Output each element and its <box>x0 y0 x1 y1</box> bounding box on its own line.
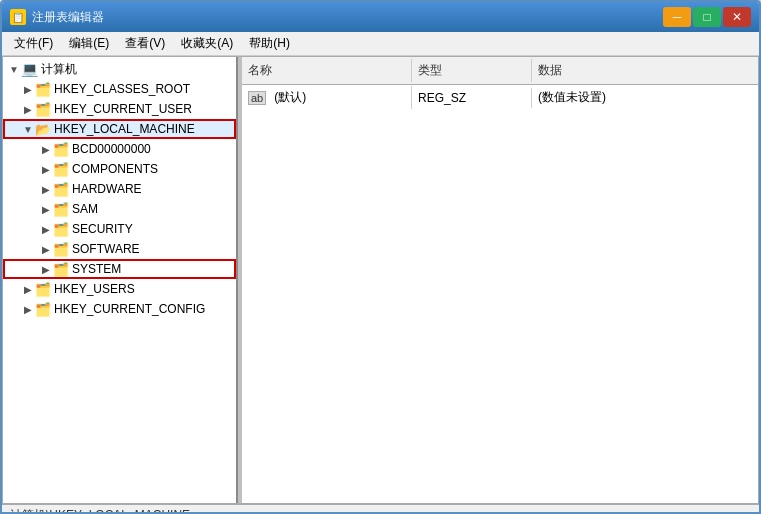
expand-hkcc[interactable]: ▶ <box>21 302 35 316</box>
tree-item-hkcc[interactable]: ▶ 🗂️ HKEY_CURRENT_CONFIG <box>3 299 236 319</box>
expand-sam[interactable]: ▶ <box>39 202 53 216</box>
folder-icon-software: 🗂️ <box>53 242 69 256</box>
window-controls: ─ □ ✕ <box>663 7 751 27</box>
menu-edit[interactable]: 编辑(E) <box>61 33 117 55</box>
table-row[interactable]: ab (默认) REG_SZ (数值未设置) <box>242 85 758 110</box>
value-type-icon: ab <box>248 91 266 105</box>
statusbar-text: 计算机\HKEY_LOCAL_MACHINE <box>10 507 190 514</box>
window: 📋 注册表编辑器 ─ □ ✕ 文件(F) 编辑(E) 查看(V) 收藏夹(A) … <box>0 0 761 514</box>
close-button[interactable]: ✕ <box>723 7 751 27</box>
value-name: ab (默认) <box>242 86 412 109</box>
registry-tree[interactable]: ▼ 💻 计算机 ▶ 🗂️ HKEY_CLASSES_ROOT ▶ 🗂️ HKEY… <box>3 57 238 503</box>
tree-item-components[interactable]: ▶ 🗂️ COMPONENTS <box>3 159 236 179</box>
folder-icon-hkcc: 🗂️ <box>35 302 51 316</box>
expand-hkcu[interactable]: ▶ <box>21 102 35 116</box>
menu-view[interactable]: 查看(V) <box>117 33 173 55</box>
folder-icon-security: 🗂️ <box>53 222 69 236</box>
folder-icon-system: 🗂️ <box>53 262 69 276</box>
expand-system[interactable]: ▶ <box>39 262 53 276</box>
value-data: (数值未设置) <box>532 86 758 109</box>
value-type: REG_SZ <box>412 88 532 108</box>
expand-software[interactable]: ▶ <box>39 242 53 256</box>
folder-icon-hku: 🗂️ <box>35 282 51 296</box>
folder-icon-hklm: 📂 <box>35 122 51 136</box>
expand-hklm[interactable]: ▼ <box>21 122 35 136</box>
folder-icon-hardware: 🗂️ <box>53 182 69 196</box>
folder-icon-components: 🗂️ <box>53 162 69 176</box>
expand-root[interactable]: ▼ <box>7 62 21 76</box>
main-area: ▼ 💻 计算机 ▶ 🗂️ HKEY_CLASSES_ROOT ▶ 🗂️ HKEY… <box>2 56 759 504</box>
tree-item-hkcu[interactable]: ▶ 🗂️ HKEY_CURRENT_USER <box>3 99 236 119</box>
tree-root[interactable]: ▼ 💻 计算机 <box>3 59 236 79</box>
menu-file[interactable]: 文件(F) <box>6 33 61 55</box>
folder-icon-hkcr: 🗂️ <box>35 82 51 96</box>
expand-hku[interactable]: ▶ <box>21 282 35 296</box>
expand-components[interactable]: ▶ <box>39 162 53 176</box>
expand-hkcr[interactable]: ▶ <box>21 82 35 96</box>
tree-item-hklm[interactable]: ▼ 📂 HKEY_LOCAL_MACHINE <box>3 119 236 139</box>
tree-item-security[interactable]: ▶ 🗂️ SECURITY <box>3 219 236 239</box>
expand-bcd[interactable]: ▶ <box>39 142 53 156</box>
folder-icon-sam: 🗂️ <box>53 202 69 216</box>
computer-icon: 💻 <box>21 61 38 77</box>
menu-help[interactable]: 帮助(H) <box>241 33 298 55</box>
column-data-header: 数据 <box>532 59 758 82</box>
tree-item-system[interactable]: ▶ 🗂️ SYSTEM <box>3 259 236 279</box>
minimize-button[interactable]: ─ <box>663 7 691 27</box>
statusbar: 计算机\HKEY_LOCAL_MACHINE <box>2 504 759 514</box>
folder-icon-bcd: 🗂️ <box>53 142 69 156</box>
maximize-button[interactable]: □ <box>693 7 721 27</box>
expand-security[interactable]: ▶ <box>39 222 53 236</box>
app-icon: 📋 <box>10 9 26 25</box>
tree-item-sam[interactable]: ▶ 🗂️ SAM <box>3 199 236 219</box>
titlebar: 📋 注册表编辑器 ─ □ ✕ <box>2 2 759 32</box>
tree-item-bcd[interactable]: ▶ 🗂️ BCD00000000 <box>3 139 236 159</box>
tree-item-hkcr[interactable]: ▶ 🗂️ HKEY_CLASSES_ROOT <box>3 79 236 99</box>
column-type-header: 类型 <box>412 59 532 82</box>
folder-icon-hkcu: 🗂️ <box>35 102 51 116</box>
table-header: 名称 类型 数据 <box>242 57 758 85</box>
tree-item-hku[interactable]: ▶ 🗂️ HKEY_USERS <box>3 279 236 299</box>
expand-hardware[interactable]: ▶ <box>39 182 53 196</box>
tree-item-software[interactable]: ▶ 🗂️ SOFTWARE <box>3 239 236 259</box>
menu-favorites[interactable]: 收藏夹(A) <box>173 33 241 55</box>
menubar: 文件(F) 编辑(E) 查看(V) 收藏夹(A) 帮助(H) <box>2 32 759 56</box>
registry-values-panel: 名称 类型 数据 ab (默认) REG_SZ (数值未设置) <box>242 57 758 503</box>
window-title: 注册表编辑器 <box>32 9 663 26</box>
column-name-header: 名称 <box>242 59 412 82</box>
tree-item-hardware[interactable]: ▶ 🗂️ HARDWARE <box>3 179 236 199</box>
